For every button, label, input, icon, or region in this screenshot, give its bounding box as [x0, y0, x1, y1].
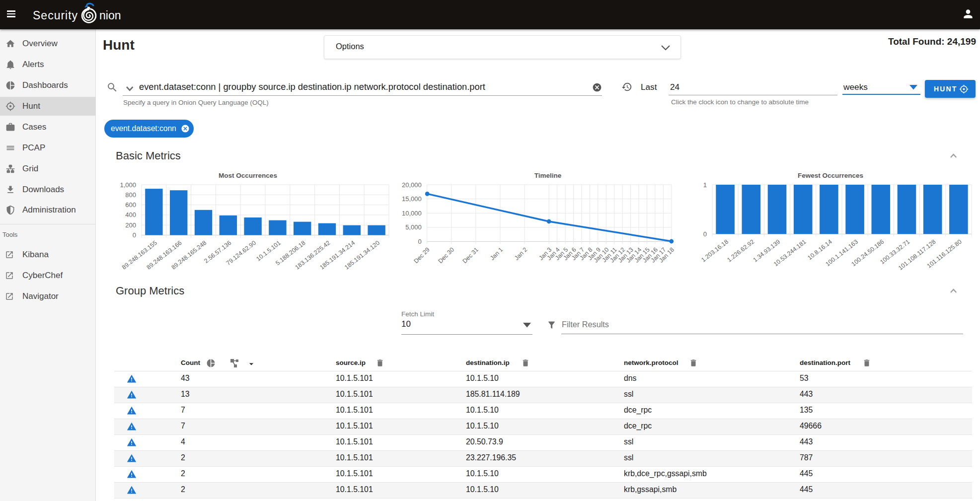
svg-text:1.203.16.18: 1.203.16.18	[700, 238, 730, 264]
svg-text:10,000: 10,000	[402, 210, 422, 217]
svg-text:600: 600	[125, 201, 136, 209]
svg-text:1: 1	[703, 181, 707, 189]
svg-text:Dec 31: Dec 31	[461, 246, 480, 265]
svg-text:Jan 2: Jan 2	[513, 246, 528, 262]
svg-text:Dec 30: Dec 30	[437, 246, 455, 265]
svg-text:5,000: 5,000	[405, 223, 422, 231]
svg-text:0: 0	[418, 238, 421, 245]
svg-text:Timeline: Timeline	[534, 172, 562, 179]
svg-text:1,000: 1,000	[120, 181, 136, 189]
svg-text:Fewest Occurrences: Fewest Occurrences	[798, 172, 863, 179]
svg-text:200: 200	[125, 221, 136, 229]
svg-text:15,000: 15,000	[402, 195, 422, 203]
svg-text:20,000: 20,000	[402, 181, 422, 189]
svg-text:0: 0	[703, 230, 707, 238]
svg-text:Dec 29: Dec 29	[412, 246, 431, 265]
svg-text:Most Occurrences: Most Occurrences	[219, 172, 277, 179]
svg-text:1.226.62.92: 1.226.62.92	[726, 238, 755, 264]
svg-text:Jan 1: Jan 1	[489, 246, 504, 262]
svg-text:0: 0	[133, 231, 136, 239]
svg-text:800: 800	[125, 191, 136, 199]
svg-text:400: 400	[125, 211, 136, 218]
